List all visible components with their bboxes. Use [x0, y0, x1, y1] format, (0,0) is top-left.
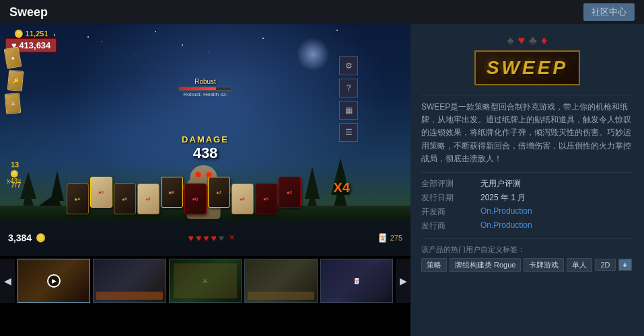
info-table: 全部评测 无用户评测 发行日期 2025 年 1 月 开发商 On.Produc… — [421, 172, 633, 232]
damage-label: DAMAGE — [182, 134, 229, 144]
bottom-right-hud: 🃏 275 — [378, 233, 402, 243]
heart-3: ♥ — [203, 233, 209, 243]
thumb-content-bar-2 — [96, 292, 162, 300]
developer-link[interactable]: On.Production — [480, 206, 633, 218]
float-card-1: ♠ — [4, 46, 22, 69]
next-arrow[interactable]: ▶ — [396, 259, 410, 303]
monster-health-text: Robust: Health xz. — [178, 91, 232, 97]
bottom-cards-row: ♣A ♥3 ♠8 ♦6 ♣K ♥Q ♠J ♦9 ♥5 ♣2 — [13, 183, 353, 214]
stamina-value: 13 — [11, 161, 19, 169]
club-suit: ♣ — [529, 34, 537, 48]
developer-label: 开发商 — [421, 206, 475, 218]
tag-2d[interactable]: 2D — [595, 259, 615, 271]
thumbnail-2[interactable] — [93, 259, 166, 303]
suit-row: ♠ ♥ ♣ ♦ — [474, 34, 580, 48]
thumbnail-1[interactable]: ▶ — [17, 259, 90, 303]
card-7[interactable]: ♠J — [208, 177, 230, 208]
play-icon-1[interactable]: ▶ — [47, 274, 61, 288]
stamina-display: 13 — [11, 161, 19, 169]
video-container[interactable]: Robust Robust: Health xz. DAMAGE 438 🪙 — [0, 24, 410, 256]
coin-small-icon: 🪙 — [36, 233, 46, 243]
settings-icon-slot[interactable]: ⚙ — [339, 56, 358, 75]
game-logo-area: ♠ ♥ ♣ ♦ SWEEP — [421, 34, 633, 85]
review-label: 全部评测 — [421, 178, 475, 190]
float-card-3: ⚔ — [5, 93, 22, 114]
community-button[interactable]: 社区中心 — [583, 3, 635, 21]
logo-text: SWEEP — [487, 57, 568, 79]
card-5[interactable]: ♣K — [161, 177, 183, 208]
tags-list: 策略 牌组构建类 Rogue 卡牌游戏 单人 2D + — [421, 258, 633, 272]
tag-more-button[interactable]: + — [618, 259, 632, 271]
bottom-left-hud: 3,384 🪙 — [8, 233, 46, 243]
thumbnail-strip: ◀ ▶ ⚔ — [0, 256, 410, 306]
card-1[interactable]: ♣A — [67, 183, 89, 214]
coin-value: 11,251 — [26, 30, 48, 38]
thumbnail-5[interactable]: 🃏 — [320, 259, 393, 303]
deck-count: 275 — [390, 234, 402, 242]
app-title: Sweep — [9, 5, 48, 19]
info-panel: ♠ ♥ ♣ ♦ SWEEP SWEEP是一款策略型回合制扑克游戏，带上你的机枪和… — [410, 24, 644, 336]
main-content: Robust Robust: Health xz. DAMAGE 438 🪙 — [0, 24, 644, 336]
game-scene: Robust Robust: Health xz. DAMAGE 438 🪙 — [0, 24, 410, 256]
release-value: 2025 年 1 月 — [480, 192, 633, 204]
thumbnail-4[interactable] — [244, 259, 317, 303]
media-section: Robust Robust: Health xz. DAMAGE 438 🪙 — [0, 24, 410, 336]
health-bar-fill — [179, 87, 216, 90]
card-10[interactable]: ♣2 — [279, 177, 301, 208]
review-value: 无用户评测 — [480, 178, 633, 190]
coins-counter: 🪙 x43≡ — [7, 170, 22, 185]
thumb-content-3: ⚔ — [174, 263, 237, 298]
card-6[interactable]: ♥Q — [184, 183, 207, 214]
card-9[interactable]: ♥5 — [255, 183, 277, 214]
left-floating-items: ♠ 🔑 ⚔ — [5, 48, 23, 116]
logo-box: SWEEP — [474, 50, 580, 85]
total-score: 3,384 — [8, 233, 32, 243]
x-marker: ✕ — [229, 233, 235, 242]
coin-icon: 🪙 — [14, 30, 24, 38]
float-card-2: 🔑 — [7, 70, 24, 91]
header: Sweep 社区中心 — [0, 0, 644, 24]
prev-arrow[interactable]: ◀ — [0, 259, 15, 303]
map-icon-slot[interactable]: ▦ — [339, 101, 358, 120]
game-description: SWEEP是一款策略型回合制扑克游戏，带上你的机枪和纸牌，从地牢出发。通过纸牌上… — [421, 95, 633, 165]
card-2[interactable]: ♥3 — [90, 177, 112, 208]
diamond-suit: ♦ — [541, 34, 547, 48]
tag-deckbuilder[interactable]: 牌组构建类 Rogue — [450, 258, 521, 272]
health-bar — [178, 87, 232, 91]
side-items: ⚙ ? ▦ ☰ — [339, 56, 358, 142]
hud-top: 🪙 11,251 ♥ 413,634 ⚙ ? ▦ ☰ — [0, 30, 410, 52]
heart-2: ♥ — [196, 233, 201, 243]
deck-icon: 🃏 — [378, 233, 388, 243]
thumbnail-3[interactable]: ⚔ — [169, 259, 242, 303]
tag-strategy[interactable]: 策略 — [421, 258, 447, 272]
tag-singleplayer[interactable]: 单人 — [567, 258, 592, 272]
thumb-content-5: 🃏 — [325, 263, 388, 298]
tag-card-game[interactable]: 卡牌游戏 — [524, 258, 564, 272]
coin-display: 🪙 11,251 — [14, 30, 48, 38]
game-bottom-bar: 3,384 🪙 ♥ ♥ ♥ ♥ ♥ ✕ 🃏 275 — [0, 219, 410, 256]
publisher-link[interactable]: On.Production — [480, 220, 633, 232]
release-label: 发行日期 — [421, 192, 475, 204]
card-8[interactable]: ♦9 — [231, 183, 254, 214]
publisher-label: 发行商 — [421, 220, 475, 232]
heart-1: ♥ — [188, 233, 194, 243]
monster-health: Robust Robust: Health xz. — [178, 78, 232, 97]
heart-5: ♥ — [219, 233, 224, 243]
help-icon-slot[interactable]: ? — [339, 79, 358, 97]
logo-container: ♠ ♥ ♣ ♦ SWEEP — [474, 34, 580, 85]
heart-suit: ♥ — [517, 34, 525, 48]
card-4[interactable]: ♦6 — [137, 183, 159, 214]
tags-label: 该产品的热门用户自定义标签： — [421, 245, 633, 255]
spade-suit: ♠ — [507, 34, 514, 48]
tags-section: 该产品的热门用户自定义标签： 策略 牌组构建类 Rogue 卡牌游戏 单人 2D… — [421, 239, 633, 272]
heart-4: ♥ — [211, 233, 217, 243]
health-hearts: ♥ ♥ ♥ ♥ ♥ ✕ — [188, 233, 236, 243]
damage-value: 438 — [182, 144, 229, 162]
card-3[interactable]: ♠8 — [114, 183, 136, 214]
thumb-content-bar-4 — [248, 292, 314, 300]
extra-icon-slot[interactable]: ☰ — [339, 123, 358, 142]
thumbnails-list: ▶ ⚔ 🃏 — [15, 259, 396, 303]
damage-display: DAMAGE 438 — [182, 134, 229, 162]
